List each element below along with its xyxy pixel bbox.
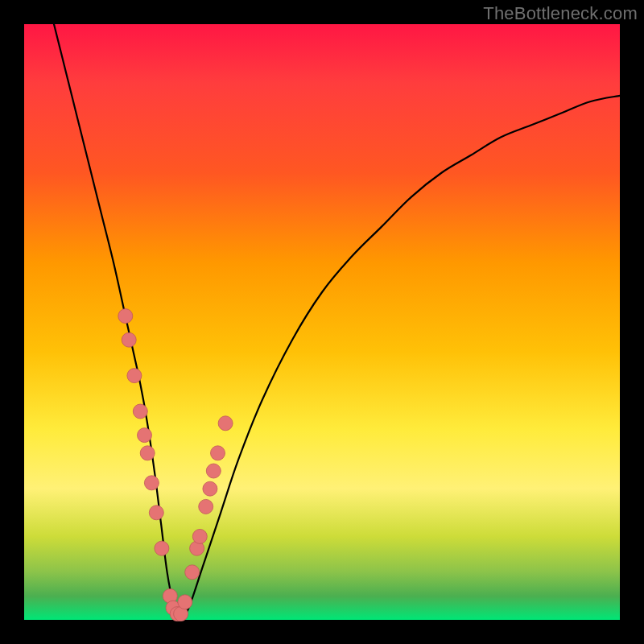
marker-point [138, 428, 152, 443]
marker-point [144, 476, 159, 490]
marker-point [122, 332, 136, 347]
marker-point [140, 446, 155, 460]
marker-point [203, 481, 217, 496]
marker-point [185, 565, 200, 580]
chart-svg [24, 24, 620, 620]
marker-point [155, 541, 169, 555]
bottleneck-curve [54, 24, 620, 616]
marker-group [118, 309, 233, 621]
marker-point [118, 309, 133, 324]
marker-point [192, 529, 207, 543]
marker-point [199, 499, 213, 514]
marker-point [149, 506, 163, 520]
marker-point [206, 464, 221, 478]
marker-point [133, 404, 147, 419]
marker-point [127, 369, 142, 383]
marker-point [178, 595, 192, 609]
chart-stage: TheBottleneck.com [0, 0, 644, 644]
watermark-text: TheBottleneck.com [483, 3, 638, 24]
marker-point [218, 416, 233, 431]
marker-point [211, 446, 225, 460]
